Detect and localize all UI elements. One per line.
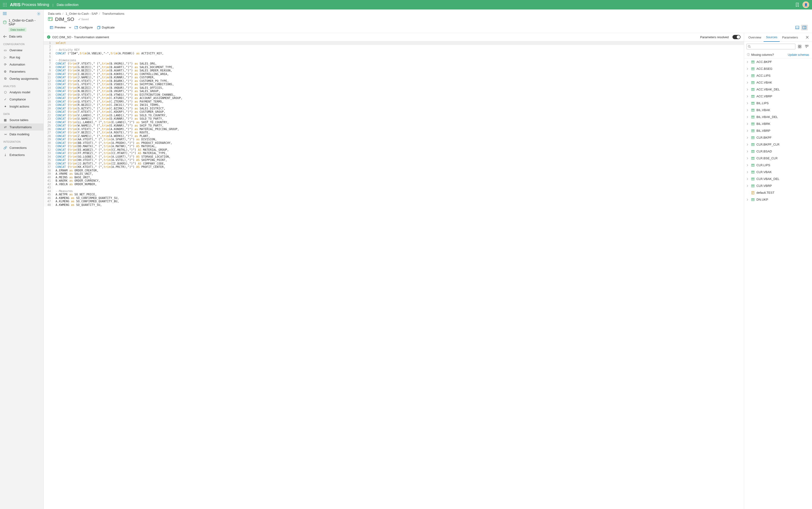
chevron-right-icon [746,102,749,104]
data-loaded-badge: Data loaded [8,28,26,32]
table-icon [751,136,754,139]
source-item[interactable]: CLR.BKPF [744,134,812,141]
nav-source-tables[interactable]: ▦Source tables [0,116,43,124]
table-icon [751,198,754,201]
update-schemas-link[interactable]: Update schemas [788,53,809,57]
parameters-resolved-toggle[interactable] [733,35,741,39]
chevron-right-icon [746,171,749,173]
source-name: CLR.LIPS [756,163,770,167]
nav-runlog[interactable]: ▷Run log [0,54,43,61]
breadcrumb-transformations[interactable]: Transformations [102,12,124,15]
source-item[interactable]: CLR.VBRP [744,182,812,189]
table-icon [751,95,754,98]
preview-button[interactable]: Preview [48,25,67,30]
source-item[interactable]: BIL.VBRP [744,127,812,134]
nav-automation[interactable]: ⟳Automation [0,61,43,68]
compliance-icon: ✓ [3,97,7,101]
chevron-right-icon [746,123,749,125]
script-icon [751,191,754,195]
brand-sub: Process Mining [22,2,49,7]
svg-point-8 [6,6,6,6]
source-item[interactable]: CLR.LIPS [744,162,812,169]
source-item[interactable]: CLR.BSE_CLR [744,155,812,162]
nav-compliance[interactable]: ✓Compliance [0,96,43,103]
section-analysis: ANALYSIS [0,82,43,89]
source-item[interactable]: default.TEST [744,189,812,196]
svg-rect-46 [751,88,754,91]
missing-columns-label: Missing columns? [751,53,774,57]
parameters-resolved-label: Parameters resolved [700,35,729,39]
source-item[interactable]: ACC.BSEG [744,65,812,72]
hamburger-icon[interactable] [3,12,7,16]
source-item[interactable]: ACC.VBRP [744,93,812,100]
chevron-right-icon [746,130,749,132]
source-item[interactable]: BIL.VBAK_DEL [744,113,812,121]
configure-button[interactable]: Configure [73,25,95,30]
table-icon [751,157,754,160]
code-editor[interactable]: 1select23--Activity KEY4CONCAT ("ID#",tr… [44,41,744,509]
panel-right-button[interactable] [801,25,808,30]
source-item[interactable]: CLR.BSAD [744,148,812,155]
back-to-datasets[interactable]: Data sets [0,33,43,40]
svg-point-17 [76,26,77,27]
tab-overview[interactable]: Overview [746,33,764,41]
tab-sources[interactable]: Sources [764,33,780,42]
nav-connections[interactable]: 🔗Connections [0,144,43,151]
app-header: ARIS Process Mining | Data collection 👤 [0,0,812,9]
source-name: CLR.BSE_CLR [756,157,778,160]
nav-analysis-model[interactable]: ⬡Analysis model [0,89,43,96]
source-item[interactable]: DN.UKP [744,196,812,203]
insight-icon: ✦ [3,104,7,108]
source-item[interactable]: CLR.VBAK_DEL [744,175,812,182]
nav-parameters[interactable]: ⚙Parameters [0,68,43,75]
grid-view-icon[interactable] [797,44,803,49]
source-item[interactable]: CLR.BKPF_CLR [744,141,812,148]
svg-rect-86 [751,157,754,160]
source-name: CLR.BKPF [756,136,772,139]
model-icon: ⬡ [3,90,7,94]
source-name: CLR.BSAD [756,149,772,153]
nav-insight[interactable]: ✦Insight actions [0,103,43,110]
svg-rect-34 [751,68,754,70]
sidebar: 1_Order-to-Cash - SAP Data loaded Data s… [0,9,44,509]
source-item[interactable]: CLR.VBAK [744,169,812,175]
breadcrumb-datasets[interactable]: Data sets [48,12,61,15]
table-icon [751,143,754,146]
apps-grid-icon[interactable] [3,3,7,7]
tab-parameters[interactable]: Parameters [780,33,800,41]
source-name: CLR.VBAK_DEL [756,177,779,181]
source-item[interactable]: BIL.VBAK [744,107,812,113]
bookmark-icon[interactable] [796,3,799,7]
sources-list: ACC.BKPFACC.BSEGACC.LIPSACC.VBAKACC.VBAK… [744,58,812,509]
editor-title: O2C.DIM_SO - Transformation statement [52,35,109,39]
svg-point-12 [38,13,39,14]
source-item[interactable]: ACC.VBAK [744,79,812,86]
source-item[interactable]: ACC.BKPF [744,58,812,65]
source-item[interactable]: BIL.LIPS [744,100,812,107]
nav-overlay[interactable]: ⧉Overlay assignments [0,75,43,82]
user-avatar[interactable]: 👤 [803,1,809,8]
modeling-icon: ⫘ [3,132,7,136]
preview-dropdown[interactable] [68,26,72,29]
nav-data-modeling[interactable]: ⫘Data modeling [0,131,43,138]
svg-point-0 [3,3,4,4]
nav-extractions[interactable]: ⤓Extractions [0,151,43,158]
panel-bottom-button[interactable] [794,25,801,30]
source-name: CLR.VBRP [756,184,772,188]
source-item[interactable]: ACC.LIPS [744,72,812,79]
close-panel-icon[interactable] [804,34,810,40]
table-icon [751,115,754,119]
nav-overview[interactable]: ▭Overview [0,46,43,54]
nav-transformations[interactable]: ⇄Transformations [0,124,43,131]
source-item[interactable]: BIL.VBRK [744,121,812,127]
refresh-schemas-icon[interactable] [804,44,810,49]
gear-icon[interactable] [37,12,41,16]
chevron-right-icon [746,178,749,180]
sources-search-input[interactable] [746,44,796,49]
source-item[interactable]: ACC.VBAK_DEL [744,86,812,93]
svg-point-6 [3,6,4,6]
section-data: DATA [0,110,43,116]
duplicate-button[interactable]: Duplicate [95,25,116,30]
breadcrumb-project[interactable]: 1_Order-to-Cash - SAP [66,12,98,15]
svg-rect-21 [803,26,806,29]
